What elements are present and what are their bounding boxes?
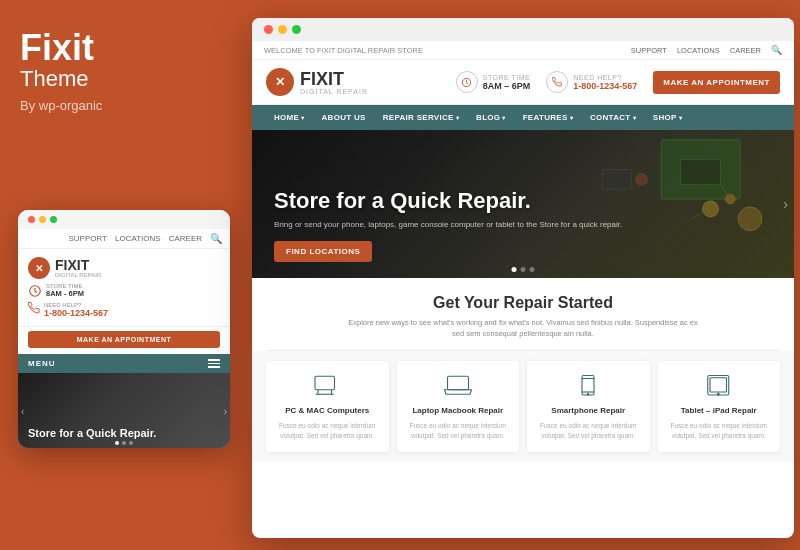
mobile-hero-content: Store for a Quick Repair. — [28, 427, 220, 440]
nav-item-home[interactable]: HOME ▾ — [266, 105, 313, 130]
mobile-hero-title: Store for a Quick Repair. — [28, 427, 220, 440]
desktop-appt-button[interactable]: MAKE AN APPOINTMENT — [653, 71, 780, 94]
service-card-pc: PC & MAC Computers Fusce eu odio ac nequ… — [266, 361, 389, 453]
mobile-mockup: SUPPORT LOCATIONS CAREER 🔍 ✕ FIXIT DIGIT… — [18, 210, 230, 448]
desktop-maximize-dot — [292, 25, 301, 34]
carousel-dot-1[interactable] — [115, 441, 119, 445]
nav-item-about[interactable]: ABOUT US — [314, 105, 374, 130]
svg-rect-3 — [681, 160, 720, 185]
get-started-title: Get Your Repair Started — [266, 294, 780, 312]
minimize-dot — [39, 216, 46, 223]
mobile-logo-sub: DIGITAL REPAIR — [55, 272, 101, 278]
mobile-menu-bar: MENU — [18, 354, 230, 373]
mobile-hero: ‹ › Store for a Quick Repair. — [18, 373, 230, 448]
svg-rect-11 — [315, 376, 335, 390]
nav-item-shop[interactable]: SHOP ▾ — [645, 105, 690, 130]
hero-find-locations-button[interactable]: FIND LOCATIONS — [274, 241, 372, 262]
mobile-search-icon[interactable]: 🔍 — [210, 233, 222, 244]
svg-rect-15 — [447, 376, 468, 390]
hamburger-icon[interactable] — [208, 359, 220, 368]
desktop-store-time: STORE TIME 8AM – 6PM — [456, 71, 531, 93]
service-card-laptop: Laptop Macbook Repair Fusce eu odio ac n… — [397, 361, 520, 453]
mobile-support-link[interactable]: SUPPORT — [68, 234, 107, 243]
left-panel: Fixit Theme By wp-organic SUPPORT LOCATI… — [0, 0, 248, 550]
phone-icon-mobile — [28, 302, 40, 314]
smartphone-icon — [571, 373, 605, 399]
mobile-hero-arrows: ‹ › — [18, 405, 230, 416]
get-started-text: Explore new ways to see what's working a… — [343, 317, 703, 340]
nav-arrow-home: ▾ — [301, 114, 304, 121]
desktop-mockup: WELCOME TO FIXIT DIGITAL REPAIR STORE SU… — [252, 18, 794, 538]
mobile-header: ✕ FIXIT DIGITAL REPAIR STORE TIME 8AM - … — [18, 249, 230, 327]
hero-subtitle: Bring or send your phone, laptops, game … — [274, 219, 754, 230]
nav-arrow-repair: ▾ — [456, 114, 459, 121]
hero-title: Store for a Quick Repair. — [274, 189, 754, 213]
service-title-pc: PC & MAC Computers — [274, 406, 381, 416]
nav-arrow-contact: ▾ — [633, 114, 636, 121]
nav-item-repair[interactable]: REPAIR SERVICE ▾ — [375, 105, 467, 130]
hero-next-arrow[interactable]: › — [224, 405, 227, 416]
desktop-career-link[interactable]: CAREER — [730, 46, 761, 55]
desktop-need-help: NEED HELP? 1-800-1234-567 — [546, 71, 637, 93]
service-desc-smartphone: Fusce eu odio ac neque interdum volutpat… — [535, 421, 642, 441]
desktop-hero: Store for a Quick Repair. Bring or send … — [252, 130, 794, 278]
close-dot — [28, 216, 35, 223]
nav-item-contact[interactable]: CONTACT ▾ — [582, 105, 644, 130]
carousel-dot-3[interactable] — [129, 441, 133, 445]
service-desc-tablet: Fusce eu odio ac neque interdum volutpat… — [666, 421, 773, 441]
mobile-window-controls — [18, 210, 230, 229]
desktop-logo: ✕ FIXIT DIGITAL REPAIR — [266, 68, 368, 96]
hero-next-arrow[interactable]: › — [783, 196, 788, 212]
service-title-laptop: Laptop Macbook Repair — [405, 406, 512, 416]
mobile-appt-button[interactable]: MAKE AN APPOINTMENT — [28, 331, 220, 348]
desktop-minimize-dot — [278, 25, 287, 34]
service-title-smartphone: Smartphone Repair — [535, 406, 642, 416]
desktop-close-dot — [264, 25, 273, 34]
get-started-section: Get Your Repair Started Explore new ways… — [252, 278, 794, 350]
nav-arrow-features: ▾ — [570, 114, 573, 121]
clock-icon — [28, 284, 42, 298]
svg-rect-21 — [710, 377, 727, 391]
laptop-icon — [441, 373, 475, 399]
mobile-career-link[interactable]: CAREER — [169, 234, 202, 243]
hero-prev-arrow[interactable]: ‹ — [21, 405, 24, 416]
service-card-tablet: Tablet – iPad Repair Fusce eu odio ac ne… — [658, 361, 781, 453]
desktop-logo-name: FIXIT — [300, 70, 368, 88]
nav-arrow-shop: ▾ — [679, 114, 682, 121]
service-cards: PC & MAC Computers Fusce eu odio ac nequ… — [252, 351, 794, 463]
mobile-topbar: SUPPORT LOCATIONS CAREER 🔍 — [18, 229, 230, 249]
maximize-dot — [50, 216, 57, 223]
mobile-need-help: NEED HELP? 1-800-1234-567 — [28, 302, 220, 318]
svg-point-19 — [588, 393, 590, 395]
hero-dot-1[interactable] — [512, 267, 517, 272]
svg-point-10 — [635, 173, 647, 185]
desktop-clock-icon — [456, 71, 478, 93]
theme-subtitle: Theme — [20, 66, 228, 92]
nav-item-blog[interactable]: BLOG ▾ — [468, 105, 514, 130]
desktop-header: ✕ FIXIT DIGITAL REPAIR STORE TIME 8AM – … — [252, 60, 794, 105]
desktop-logo-sub: DIGITAL REPAIR — [300, 88, 368, 95]
desktop-store-info: STORE TIME 8AM – 6PM NEED HELP? 1-800-12… — [456, 71, 780, 94]
hero-content: Store for a Quick Repair. Bring or send … — [274, 189, 754, 262]
desktop-welcome-text: WELCOME TO FIXIT DIGITAL REPAIR STORE — [264, 46, 423, 55]
service-desc-pc: Fusce eu odio ac neque interdum volutpat… — [274, 421, 381, 441]
desktop-locations-link[interactable]: LOCATIONS — [677, 46, 720, 55]
desktop-nav: HOME ▾ ABOUT US REPAIR SERVICE ▾ BLOG ▾ … — [252, 105, 794, 130]
desktop-support-link[interactable]: SUPPORT — [631, 46, 667, 55]
desktop-topbar-links: SUPPORT LOCATIONS CAREER 🔍 — [631, 45, 782, 55]
svg-rect-9 — [602, 169, 632, 189]
pc-icon — [310, 373, 344, 399]
service-desc-laptop: Fusce eu odio ac neque interdum volutpat… — [405, 421, 512, 441]
nav-arrow-blog: ▾ — [502, 114, 505, 121]
mobile-logo-icon: ✕ — [28, 257, 50, 279]
hero-dot-3[interactable] — [530, 267, 535, 272]
mobile-locations-link[interactable]: LOCATIONS — [115, 234, 161, 243]
desktop-topbar: WELCOME TO FIXIT DIGITAL REPAIR STORE SU… — [252, 41, 794, 60]
desktop-logo-icon: ✕ — [266, 68, 294, 96]
nav-item-features[interactable]: FEATURES ▾ — [515, 105, 581, 130]
hero-dot-2[interactable] — [521, 267, 526, 272]
carousel-dot-2[interactable] — [122, 441, 126, 445]
desktop-search-icon[interactable]: 🔍 — [771, 45, 782, 55]
service-card-smartphone: Smartphone Repair Fusce eu odio ac neque… — [527, 361, 650, 453]
service-title-tablet: Tablet – iPad Repair — [666, 406, 773, 416]
